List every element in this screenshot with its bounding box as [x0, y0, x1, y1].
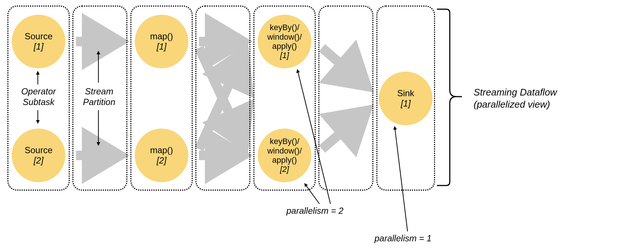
node-line1: keyBy()/ — [270, 23, 300, 32]
label-parallelism-1: parallelism = 1 — [375, 233, 459, 244]
node-index: [2] — [34, 155, 44, 165]
node-index: [1] — [34, 42, 44, 51]
label-stream-partition: Stream Partition — [79, 86, 119, 108]
label-parallelism-2: parallelism = 2 — [286, 206, 371, 216]
node-label: map() — [150, 145, 173, 155]
column-stream3 — [318, 6, 373, 191]
node-line3: apply() — [272, 42, 297, 51]
node-label: Sink — [397, 88, 415, 98]
node-label: Source — [25, 31, 53, 41]
node-index: [1] — [157, 42, 167, 51]
node-line2: window()/ — [267, 32, 302, 42]
label-right-title: Streaming Dataflow (parallelized view) — [474, 86, 584, 110]
node-label: map() — [150, 31, 173, 41]
node-index: [2] — [280, 165, 289, 174]
node-index: [1] — [280, 51, 289, 60]
node-keyby-1: keyBy()/ window()/ apply() [1] — [258, 15, 311, 68]
node-source-2: Source[2] — [12, 129, 65, 182]
node-map-2: map()[2] — [135, 129, 188, 182]
node-line1: keyBy()/ — [270, 137, 300, 146]
node-index: [1] — [401, 98, 411, 108]
node-index: [2] — [157, 155, 167, 165]
node-map-1: map()[1] — [135, 15, 188, 68]
node-line3: apply() — [272, 155, 297, 165]
node-label: Source — [25, 145, 53, 155]
right-bracket — [437, 9, 462, 186]
node-source-1: Source[1] — [12, 15, 65, 68]
node-line2: window()/ — [267, 146, 302, 155]
node-keyby-2: keyBy()/ window()/ apply() [2] — [258, 129, 311, 182]
diagram-stage: Source[1] Source[2] map()[1] map()[2] ke… — [0, 0, 644, 252]
column-stream2 — [195, 6, 250, 191]
node-sink-1: Sink[1] — [379, 72, 433, 125]
label-operator-subtask: Operator Subtask — [17, 86, 61, 108]
